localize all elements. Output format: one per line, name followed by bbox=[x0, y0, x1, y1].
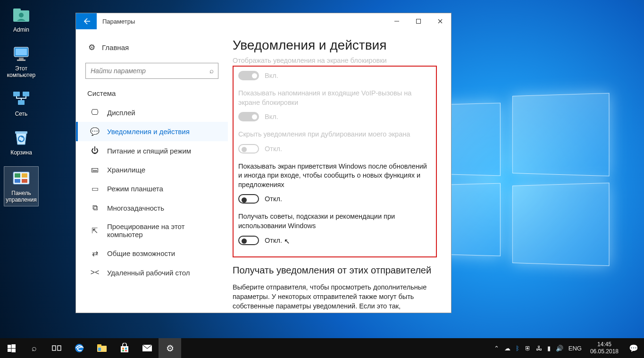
svg-rect-13 bbox=[15, 173, 20, 178]
sidebar-item-remote[interactable]: >< Удаленный рабочий стол bbox=[76, 263, 228, 282]
sidebar-item-display[interactable]: 🖵 Дисплей bbox=[76, 103, 228, 122]
subheading: Получать уведомления от этих отправителе… bbox=[233, 265, 440, 276]
svg-rect-30 bbox=[122, 348, 124, 349]
svg-rect-23 bbox=[52, 346, 56, 350]
option-lockscreen-notifications: Вкл. bbox=[238, 71, 430, 80]
sidebar-item-label: Режим планшета bbox=[107, 185, 163, 193]
svg-rect-7 bbox=[13, 92, 20, 96]
task-view-button[interactable] bbox=[45, 338, 68, 358]
sidebar-item-power[interactable]: ⏻ Питание и спящий режим bbox=[76, 141, 228, 160]
back-button[interactable] bbox=[76, 13, 97, 29]
sidebar-item-tablet[interactable]: ▭ Режим планшета bbox=[76, 179, 228, 198]
action-center-button[interactable]: 💬 bbox=[623, 344, 644, 353]
option-welcome-experience: Показывать экран приветствия Windows пос… bbox=[238, 162, 430, 204]
desktop-icon-network[interactable]: Сеть bbox=[4, 89, 39, 117]
toggle-tips-suggestions[interactable] bbox=[238, 236, 259, 245]
system-tray[interactable]: ⌃ ☁ ᛒ ⛨ 🖧 ▮ 🔊 ENG bbox=[490, 345, 585, 352]
close-button[interactable] bbox=[429, 13, 451, 29]
notifications-icon: 💬 bbox=[90, 127, 100, 136]
svg-rect-29 bbox=[121, 346, 128, 352]
start-button[interactable] bbox=[0, 338, 23, 358]
taskbar-mail[interactable] bbox=[136, 338, 159, 358]
option-hide-when-duplicating: Скрыть уведомления при дублировании моег… bbox=[238, 130, 430, 153]
svg-rect-4 bbox=[16, 49, 27, 55]
svg-rect-14 bbox=[22, 173, 27, 178]
sidebar-item-multitasking[interactable]: ⧉ Многозадачность bbox=[76, 198, 228, 217]
svg-point-2 bbox=[19, 13, 24, 17]
option-label-cut: Отображать уведомления на экране блокиро… bbox=[233, 57, 440, 64]
sidebar-item-label: Хранилище bbox=[107, 166, 145, 174]
desktop-icons: Admin Этот компьютер Сеть Корзина Панель… bbox=[4, 5, 42, 217]
computer-icon bbox=[11, 43, 31, 63]
edge-icon bbox=[74, 343, 84, 353]
taskbar-settings[interactable]: ⚙ bbox=[159, 338, 181, 358]
network-icon bbox=[11, 89, 31, 109]
battery-icon: ▮ bbox=[547, 345, 551, 352]
toggle-state: Вкл. bbox=[265, 72, 278, 79]
taskbar-store[interactable] bbox=[113, 338, 136, 358]
language-indicator: ENG bbox=[569, 345, 582, 352]
sidebar-group-title: Система bbox=[76, 89, 228, 103]
desktop-icon-label: Admin bbox=[4, 26, 39, 33]
maximize-icon bbox=[416, 18, 421, 24]
svg-rect-15 bbox=[15, 179, 20, 183]
toggle-hide-when-duplicating[interactable] bbox=[238, 144, 259, 153]
desktop-icon-recycle-bin[interactable]: Корзина bbox=[4, 128, 39, 156]
shared-icon: ⇄ bbox=[90, 249, 100, 258]
clock-time: 14:45 bbox=[590, 341, 619, 348]
search-icon: ⌕ bbox=[32, 343, 37, 353]
highlighted-region: Вкл. Показывать напоминания и входящие V… bbox=[233, 66, 437, 257]
arrow-left-icon bbox=[82, 17, 91, 26]
svg-rect-20 bbox=[11, 344, 16, 348]
sidebar-item-label: Проецирование на этот компьютер bbox=[107, 222, 222, 239]
option-tips-suggestions: Получать советы, подсказки и рекомендаци… bbox=[238, 212, 430, 245]
tablet-icon: ▭ bbox=[90, 184, 100, 193]
svg-rect-32 bbox=[122, 350, 124, 351]
svg-rect-22 bbox=[11, 349, 16, 352]
content: Уведомления и действия Отображать уведом… bbox=[228, 29, 451, 313]
desktop-icon-label: Этот компьютер bbox=[4, 65, 39, 78]
gear-icon: ⚙ bbox=[88, 43, 95, 52]
search-icon: ⌕ bbox=[209, 67, 214, 75]
svg-rect-10 bbox=[15, 131, 27, 134]
subtext: Выберите отправителя, чтобы просмотреть … bbox=[233, 282, 440, 313]
option-label: Получать советы, подсказки и рекомендаци… bbox=[238, 212, 430, 230]
sidebar-item-label: Общие возможности bbox=[107, 249, 175, 257]
svg-rect-33 bbox=[125, 350, 127, 351]
taskbar-explorer[interactable] bbox=[91, 338, 113, 358]
sidebar-item-projecting[interactable]: ⇱ Проецирование на этот компьютер bbox=[76, 217, 228, 244]
desktop-icon-this-pc[interactable]: Этот компьютер bbox=[4, 43, 39, 78]
toggle-voip-reminders[interactable] bbox=[238, 112, 259, 121]
sidebar-item-shared[interactable]: ⇄ Общие возможности bbox=[76, 244, 228, 263]
toggle-state: Откл. bbox=[265, 145, 282, 153]
taskbar-clock[interactable]: 14:45 06.05.2018 bbox=[585, 341, 623, 355]
sidebar-home[interactable]: ⚙ Главная bbox=[76, 39, 228, 56]
task-view-icon bbox=[52, 344, 61, 352]
taskbar-edge[interactable] bbox=[68, 338, 91, 358]
display-icon: 🖵 bbox=[90, 108, 100, 117]
svg-rect-18 bbox=[417, 19, 421, 24]
cursor-icon: ↖ bbox=[284, 237, 290, 246]
maximize-button[interactable] bbox=[408, 13, 429, 29]
desktop-icon-label: Сеть bbox=[4, 111, 39, 117]
page-heading: Уведомления и действия bbox=[233, 38, 440, 53]
search-input[interactable] bbox=[85, 63, 218, 79]
security-icon: ⛨ bbox=[525, 345, 531, 352]
svg-rect-5 bbox=[19, 58, 24, 60]
window-title: Параметры bbox=[97, 13, 386, 29]
sidebar-item-storage[interactable]: 🖴 Хранилище bbox=[76, 160, 228, 179]
desktop-icon-control-panel[interactable]: Панель управления bbox=[4, 166, 39, 206]
search-container: ⌕ bbox=[85, 63, 218, 79]
minimize-button[interactable] bbox=[386, 13, 408, 29]
svg-rect-21 bbox=[8, 349, 11, 352]
search-button[interactable]: ⌕ bbox=[23, 338, 45, 358]
sidebar-item-label: Питание и спящий режим bbox=[107, 147, 191, 155]
toggle-lockscreen-notifications[interactable] bbox=[238, 71, 259, 80]
desktop-icon-admin[interactable]: Admin bbox=[4, 5, 39, 33]
sidebar-item-notifications[interactable]: 💬 Уведомления и действия bbox=[76, 122, 228, 141]
sidebar-item-label: Удаленный рабочий стол bbox=[107, 269, 190, 277]
toggle-welcome-experience[interactable] bbox=[238, 194, 259, 204]
chevron-up-icon: ⌃ bbox=[494, 345, 499, 352]
titlebar: Параметры bbox=[76, 13, 451, 29]
mail-icon bbox=[142, 344, 152, 352]
